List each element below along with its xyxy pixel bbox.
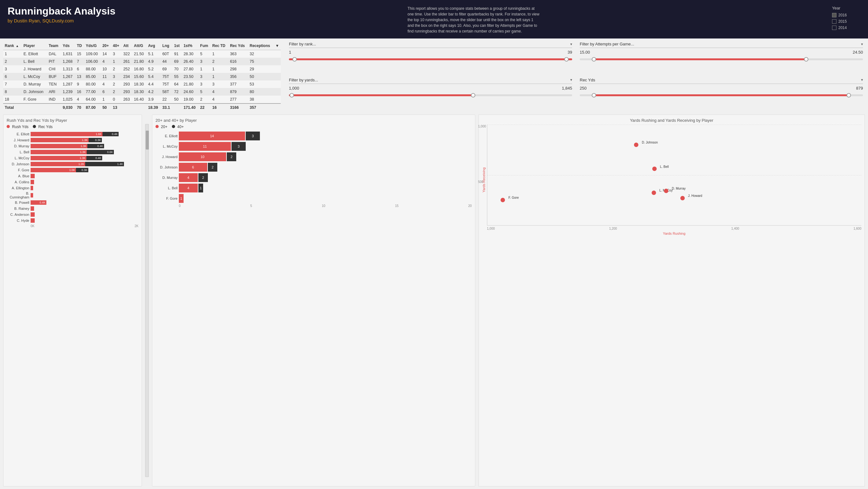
col-att[interactable]: Att bbox=[122, 42, 132, 50]
twenty-bar: 11 bbox=[179, 142, 231, 151]
filter-recyds-thumb-left[interactable] bbox=[592, 93, 596, 97]
filter-att-thumb-left[interactable] bbox=[592, 57, 596, 62]
filter-yards-slider[interactable] bbox=[289, 94, 572, 96]
rush-rec-player-label: A. Blue bbox=[7, 174, 29, 178]
col-40plus[interactable]: 40+ bbox=[111, 42, 122, 50]
twenty-forty-bar-row: J. Howard102 bbox=[155, 152, 472, 161]
filter-recyds-thumb-right[interactable] bbox=[846, 93, 851, 97]
col-team[interactable]: Team bbox=[47, 42, 61, 50]
cell-1-9: 21.80 bbox=[132, 58, 147, 65]
header-description: This report allows you to compare stats … bbox=[407, 6, 540, 34]
col-td[interactable]: TD bbox=[75, 42, 84, 50]
col-yds[interactable]: Yds bbox=[61, 42, 75, 50]
total-cell-16: 3166 bbox=[228, 103, 248, 111]
filter-att-slider[interactable] bbox=[580, 58, 863, 60]
col-yds-g[interactable]: Yds/G bbox=[84, 42, 101, 50]
filter-recyds-group: Rec Yds ▾ 250 879 bbox=[580, 78, 863, 109]
table-row[interactable]: 3J. HowardCHI1,313688.0010225216.805.269… bbox=[3, 65, 281, 73]
year-2014-item[interactable]: 2014 bbox=[832, 26, 861, 30]
cell-0-9: 21.50 bbox=[132, 50, 147, 58]
rec-bar: 0.4K bbox=[87, 144, 104, 148]
cell-0-11: 60T bbox=[161, 50, 173, 58]
cell-5-8: 293 bbox=[122, 88, 132, 96]
bottom-section: Rush Yds and Rec Yds by Player Rush Yds … bbox=[0, 111, 868, 489]
cell-0-8: 322 bbox=[122, 50, 132, 58]
filter-yards-chevron[interactable]: ▾ bbox=[570, 78, 572, 82]
col-player[interactable]: Player bbox=[22, 42, 47, 50]
year-2016-item[interactable]: 2016 bbox=[832, 13, 861, 17]
col-fum[interactable]: Fum bbox=[199, 42, 211, 50]
filter-att-chevron[interactable]: ▾ bbox=[861, 42, 863, 47]
forty-bar: 3 bbox=[246, 131, 260, 141]
cell-1-11: 44 bbox=[161, 58, 173, 65]
cell-5-11: 58T bbox=[161, 88, 173, 96]
subtitle-link[interactable]: SQLDusty.com bbox=[42, 18, 74, 23]
col-1st-pct[interactable]: 1st% bbox=[182, 42, 199, 50]
table-row[interactable]: 2L. BellPIT1,2687106.004126121.804.94469… bbox=[3, 58, 281, 65]
filter-rank-slider[interactable] bbox=[289, 58, 572, 60]
chart-scrollbar[interactable] bbox=[145, 124, 149, 477]
col-att-g[interactable]: Att/G bbox=[132, 42, 147, 50]
filter-att-label: Filter by Attempts per Game... bbox=[580, 42, 634, 47]
filter-att-thumb-right[interactable] bbox=[804, 57, 808, 62]
col-20plus[interactable]: 20+ bbox=[101, 42, 111, 50]
cell-4-8: 293 bbox=[122, 81, 132, 88]
rush-bar bbox=[31, 180, 34, 184]
filter-rank-thumb-left[interactable] bbox=[292, 57, 297, 62]
cell-0-4: 15 bbox=[75, 50, 84, 58]
cell-0-14: 5 bbox=[199, 50, 211, 58]
scatter-dot bbox=[634, 143, 639, 147]
rush-rec-x-axis: 0K 2K bbox=[7, 224, 138, 228]
cell-6-13: 19.00 bbox=[182, 96, 199, 103]
filter-rank-max: 39 bbox=[568, 50, 572, 55]
rec-bar: 0.6K bbox=[87, 150, 114, 154]
cell-5-7: 2 bbox=[111, 88, 122, 96]
cell-1-4: 7 bbox=[75, 58, 84, 65]
col-rec-yds[interactable]: Rec Yds bbox=[228, 42, 248, 50]
x2-5: 5 bbox=[250, 204, 252, 208]
filter-yards-header[interactable]: Filter by yards... ▾ bbox=[289, 78, 572, 84]
filter-recyds-header[interactable]: Rec Yds ▾ bbox=[580, 78, 863, 84]
cell-5-14: 5 bbox=[199, 88, 211, 96]
cell-5-9: 18.30 bbox=[132, 88, 147, 96]
filter-yards-values: 1,000 1,845 bbox=[289, 85, 572, 91]
rec-legend-item: Rec Yds bbox=[33, 125, 52, 129]
filter-rank-chevron[interactable]: ▾ bbox=[570, 42, 572, 47]
year-2015-label: 2015 bbox=[838, 19, 847, 24]
cell-2-13: 27.80 bbox=[182, 65, 199, 73]
total-cell-9 bbox=[132, 103, 147, 111]
cell-6-11: 22 bbox=[161, 96, 173, 103]
table-row[interactable]: 8D. JohnsonARI1,2391677.006229318.304.25… bbox=[3, 88, 281, 96]
cell-3-4: 13 bbox=[75, 73, 84, 81]
filter-recyds-slider[interactable] bbox=[580, 94, 863, 96]
twenty-forty-player-label: F. Gore bbox=[155, 196, 178, 200]
subtitle-text: by Dustin Ryan, bbox=[7, 18, 41, 23]
scrollbar-thumb[interactable] bbox=[146, 131, 149, 150]
filter-att-header[interactable]: Filter by Attempts per Game... ▾ bbox=[580, 42, 863, 48]
y-tick-1000: 1,000 bbox=[478, 125, 486, 128]
col-lng[interactable]: Lng bbox=[161, 42, 173, 50]
filter-rank-header[interactable]: Filter by rank... ▾ bbox=[289, 42, 572, 48]
cell-5-2: ARI bbox=[47, 88, 61, 96]
year-2015-item[interactable]: 2015 bbox=[832, 19, 861, 24]
total-cell-13: 171.40 bbox=[182, 103, 199, 111]
table-row[interactable]: 7D. MurrayTEN1,287980.004229318.304.475T… bbox=[3, 81, 281, 88]
table-row[interactable]: 18F. GoreIND1,025464.001026316.403.92250… bbox=[3, 96, 281, 103]
total-cell-2 bbox=[47, 103, 61, 111]
filter-yards-thumb-left[interactable] bbox=[289, 93, 294, 97]
col-rec-td[interactable]: Rec TD bbox=[211, 42, 228, 50]
table-row[interactable]: 6L. McCoyBUF1,2671385.0011323415.605.475… bbox=[3, 73, 281, 81]
col-rank[interactable]: Rank ▲ bbox=[3, 42, 22, 50]
twenty-legend-label: 20+ bbox=[161, 125, 167, 129]
col-avg[interactable]: Avg bbox=[147, 42, 161, 50]
table-row[interactable]: 1E. ElliottDAL1,63115109.0014332221.505.… bbox=[3, 50, 281, 58]
col-1st[interactable]: 1st bbox=[173, 42, 182, 50]
cell-5-15: 4 bbox=[211, 88, 228, 96]
rush-rec-title: Rush Yds and Rec Yds by Player bbox=[7, 118, 138, 123]
filter-recyds-chevron[interactable]: ▾ bbox=[861, 78, 863, 82]
col-receptions[interactable]: Receptions bbox=[248, 42, 274, 50]
cell-2-5: 88.00 bbox=[84, 65, 101, 73]
filter-yards-thumb-right[interactable] bbox=[471, 93, 475, 97]
filter-rank-thumb-right[interactable] bbox=[564, 57, 569, 62]
cell-5-1: D. Johnson bbox=[22, 88, 47, 96]
